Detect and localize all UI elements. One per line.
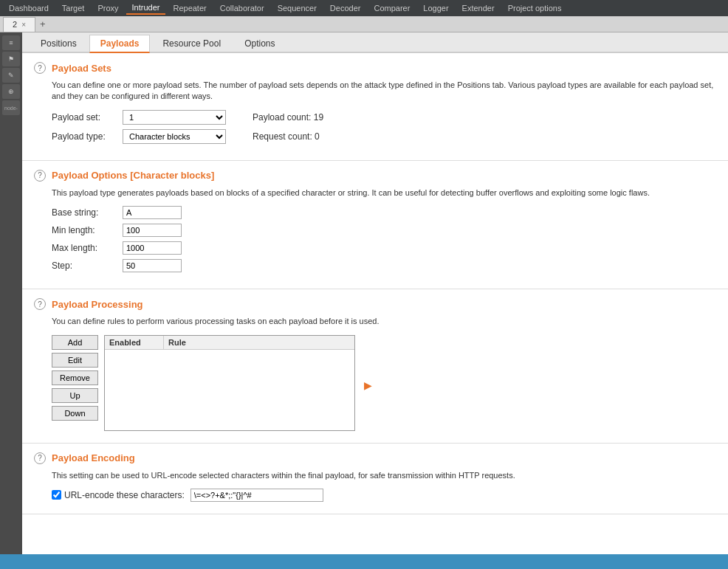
payload-encoding-help-icon[interactable]: ? [34, 452, 46, 464]
payload-processing-help-icon[interactable]: ? [34, 298, 46, 310]
nav-dashboard[interactable]: Dashboard [3, 2, 55, 14]
tab-payloads[interactable]: Payloads [89, 35, 151, 53]
sidebar-icon-2[interactable]: ⚑ [2, 52, 20, 66]
payload-type-label: Payload type: [52, 131, 118, 142]
nav-intruder[interactable]: Intruder [126, 1, 166, 15]
tab-resource-pool[interactable]: Resource Pool [151, 35, 232, 52]
step-label: Step: [52, 261, 118, 271]
max-length-input[interactable] [123, 241, 182, 255]
max-length-label: Max length: [52, 243, 118, 253]
encoding-row: URL-encode these characters: [52, 489, 716, 502]
content-area: ? Payload Sets You can define one or mor… [22, 53, 728, 569]
nav-collaborator[interactable]: Collaborator [214, 2, 270, 14]
tab-options[interactable]: Options [233, 35, 286, 52]
step-input[interactable] [123, 259, 182, 272]
table-header: Enabled Rule [105, 336, 354, 350]
payload-type-select[interactable]: Character blocks [123, 129, 226, 144]
main-area: Positions Payloads Resource Pool Options… [22, 32, 728, 569]
min-length-label: Min length: [52, 225, 118, 235]
payload-options-title: Payload Options [Character blocks] [52, 170, 214, 181]
processing-area: Add Edit Remove Up Down Enabled Rule ▶ [52, 335, 716, 431]
request-count-value: 0 [315, 131, 320, 142]
tab-add-button[interactable]: + [35, 17, 50, 31]
payload-options-section: ? Payload Options [Character blocks] Thi… [22, 161, 728, 289]
url-encode-checkbox[interactable] [52, 490, 61, 500]
payload-encoding-header: ? Payload Encoding [34, 452, 716, 464]
payload-sets-desc: You can define one or more payload sets.… [52, 80, 716, 103]
encode-characters-input[interactable] [190, 489, 323, 502]
url-encode-label: URL-encode these characters: [64, 490, 185, 500]
table-col-rule-header: Rule [164, 336, 354, 349]
down-rule-button[interactable]: Down [52, 406, 98, 421]
table-body [105, 350, 354, 424]
status-bar [0, 554, 728, 569]
sidebar-icon-4[interactable]: ⊕ [2, 84, 20, 99]
payload-encoding-desc: This setting can be used to URL-encode s… [52, 470, 716, 481]
processing-buttons: Add Edit Remove Up Down [52, 335, 98, 421]
up-rule-button[interactable]: Up [52, 388, 98, 403]
nav-logger[interactable]: Logger [417, 2, 454, 14]
payload-sets-title: Payload Sets [52, 63, 111, 74]
nav-extender[interactable]: Extender [456, 2, 501, 14]
base-string-row: Base string: [52, 206, 716, 219]
nav-repeater[interactable]: Repeater [167, 2, 212, 14]
tab-label: 2 [13, 20, 17, 29]
payload-sets-section: ? Payload Sets You can define one or mor… [22, 53, 728, 161]
tab-close-button[interactable]: × [21, 21, 26, 29]
sidebar-icon-3[interactable]: ✎ [2, 68, 20, 83]
scroll-arrow-icon: ▶ [364, 379, 372, 391]
min-length-row: Min length: [52, 224, 716, 237]
payload-count-value: 19 [314, 112, 323, 123]
payload-encoding-section: ? Payload Encoding This setting can be u… [22, 444, 728, 514]
payload-processing-section: ? Payload Processing You can define rule… [22, 289, 728, 443]
nav-project-options[interactable]: Project options [502, 2, 568, 14]
nav-sequencer[interactable]: Sequencer [272, 2, 323, 14]
payload-type-row: Payload type: Character blocks Request c… [52, 129, 716, 144]
tab-positions[interactable]: Positions [30, 35, 88, 52]
url-encode-checkbox-label: URL-encode these characters: [52, 490, 185, 500]
tab-2[interactable]: 2 × [3, 17, 35, 32]
processing-table: Enabled Rule [104, 335, 355, 431]
payload-processing-desc: You can define rules to perform various … [52, 316, 716, 327]
remove-rule-button[interactable]: Remove [52, 370, 98, 385]
payload-set-row: Payload set: 1 Payload count: 19 [52, 110, 716, 125]
payload-sets-header: ? Payload Sets [34, 62, 716, 74]
payload-options-help-icon[interactable]: ? [34, 170, 46, 182]
max-length-row: Max length: [52, 241, 716, 255]
payload-encoding-title: Payload Encoding [52, 452, 135, 463]
step-row: Step: [52, 259, 716, 272]
min-length-input[interactable] [123, 224, 182, 237]
payload-processing-title: Payload Processing [52, 299, 143, 310]
sidebar: ≡ ⚑ ✎ ⊕ node- [0, 32, 22, 554]
nav-proxy[interactable]: Proxy [92, 2, 124, 14]
payload-set-label: Payload set: [52, 112, 118, 123]
edit-rule-button[interactable]: Edit [52, 353, 98, 368]
payload-processing-header: ? Payload Processing [34, 298, 716, 310]
payload-options-desc: This payload type generates payloads bas… [52, 187, 716, 199]
sidebar-icon-node[interactable]: node- [2, 100, 20, 115]
tab-bar: 2 × + [0, 16, 728, 32]
table-col-enabled-header: Enabled [105, 336, 164, 349]
base-string-label: Base string: [52, 207, 118, 218]
payload-set-select[interactable]: 1 [123, 110, 226, 125]
subtab-bar: Positions Payloads Resource Pool Options [22, 32, 728, 53]
payload-count-label: Payload count: 19 [253, 112, 323, 123]
payload-sets-help-icon[interactable]: ? [34, 62, 46, 74]
add-rule-button[interactable]: Add [52, 335, 98, 350]
payload-options-header: ? Payload Options [Character blocks] [34, 170, 716, 182]
nav-decoder[interactable]: Decoder [324, 2, 367, 14]
request-count-label: Request count: 0 [253, 131, 320, 142]
nav-comparer[interactable]: Comparer [368, 2, 416, 14]
nav-target[interactable]: Target [56, 2, 91, 14]
top-nav: Dashboard Target Proxy Intruder Repeater… [0, 0, 728, 16]
base-string-input[interactable] [123, 206, 182, 219]
sidebar-icon-1[interactable]: ≡ [2, 35, 20, 50]
